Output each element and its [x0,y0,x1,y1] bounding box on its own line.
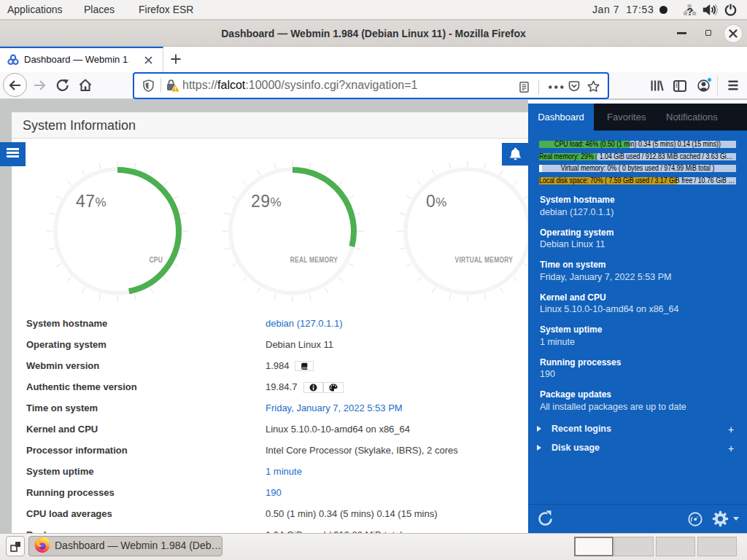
svg-text:?: ? [686,6,693,18]
